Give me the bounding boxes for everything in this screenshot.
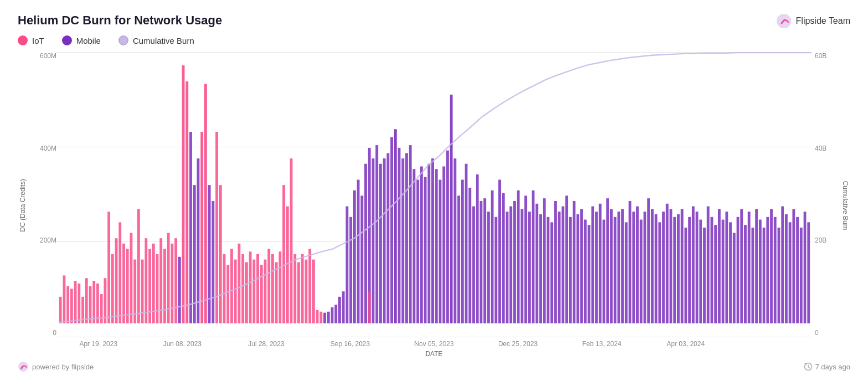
x-tick-8: Apr 03, 2024 bbox=[644, 340, 728, 348]
svg-rect-202 bbox=[804, 212, 807, 323]
svg-rect-103 bbox=[435, 169, 438, 323]
svg-rect-85 bbox=[372, 158, 375, 323]
x-tick-4: Sep 16, 2023 bbox=[308, 340, 392, 348]
svg-rect-160 bbox=[647, 198, 650, 323]
legend-row: IoT Mobile Cumulative Burn bbox=[18, 35, 850, 45]
svg-rect-10 bbox=[92, 281, 95, 323]
iot-label: IoT bbox=[32, 36, 44, 45]
clock-icon bbox=[804, 362, 813, 371]
chart-svg bbox=[56, 52, 812, 323]
powered-by-section: powered by flipside bbox=[18, 361, 94, 372]
svg-rect-59 bbox=[275, 262, 278, 323]
y-tick-400m: 400M bbox=[40, 145, 56, 152]
svg-rect-151 bbox=[614, 217, 617, 323]
svg-rect-91 bbox=[390, 137, 393, 323]
svg-rect-23 bbox=[141, 260, 144, 323]
svg-rect-157 bbox=[636, 207, 639, 323]
x-tick-2: Jun 08, 2023 bbox=[141, 340, 225, 348]
svg-rect-203 bbox=[807, 222, 810, 323]
svg-rect-144 bbox=[588, 225, 591, 323]
svg-rect-90 bbox=[387, 153, 390, 323]
svg-rect-94 bbox=[401, 158, 404, 323]
svg-rect-173 bbox=[696, 212, 699, 323]
y-axis-right-label: Cumulative Burn bbox=[841, 181, 849, 230]
svg-rect-18 bbox=[122, 244, 125, 323]
svg-rect-111 bbox=[465, 164, 468, 323]
svg-rect-201 bbox=[800, 228, 803, 323]
svg-rect-93 bbox=[398, 148, 401, 323]
svg-rect-98 bbox=[416, 180, 419, 323]
svg-rect-115 bbox=[480, 201, 483, 323]
svg-rect-47 bbox=[230, 249, 233, 323]
y-axis-left-label: DC (Data Credits) bbox=[19, 179, 27, 231]
svg-rect-82 bbox=[360, 195, 363, 323]
svg-rect-191 bbox=[763, 228, 766, 323]
x-tick-6: Dec 25, 2023 bbox=[476, 340, 560, 348]
svg-rect-146 bbox=[595, 212, 598, 323]
svg-rect-80 bbox=[353, 190, 356, 323]
svg-rect-81 bbox=[357, 180, 360, 323]
svg-rect-2 bbox=[63, 275, 66, 323]
svg-rect-128 bbox=[528, 212, 531, 323]
svg-rect-162 bbox=[655, 214, 658, 323]
svg-rect-5 bbox=[74, 281, 77, 323]
svg-rect-168 bbox=[677, 214, 680, 323]
svg-rect-124 bbox=[513, 201, 516, 323]
svg-rect-179 bbox=[718, 209, 721, 323]
svg-rect-149 bbox=[606, 198, 609, 323]
svg-rect-167 bbox=[673, 217, 676, 323]
mobile-label: Mobile bbox=[76, 36, 101, 45]
y-right-tick-40b: 40B bbox=[815, 145, 826, 152]
svg-rect-75 bbox=[334, 305, 337, 323]
svg-rect-182 bbox=[729, 222, 732, 323]
svg-rect-46 bbox=[226, 265, 229, 323]
svg-rect-184 bbox=[737, 217, 740, 323]
svg-rect-13 bbox=[104, 278, 106, 323]
svg-rect-138 bbox=[565, 195, 568, 323]
svg-rect-67 bbox=[305, 260, 308, 323]
svg-rect-154 bbox=[625, 222, 628, 323]
svg-rect-155 bbox=[629, 201, 632, 323]
svg-rect-136 bbox=[558, 212, 561, 323]
svg-rect-45 bbox=[223, 254, 226, 323]
svg-rect-194 bbox=[774, 217, 777, 323]
svg-rect-105 bbox=[442, 167, 445, 323]
svg-rect-54 bbox=[256, 254, 259, 323]
svg-rect-192 bbox=[766, 217, 769, 323]
svg-rect-145 bbox=[591, 207, 594, 323]
svg-rect-60 bbox=[279, 251, 282, 323]
svg-rect-95 bbox=[405, 153, 408, 323]
svg-rect-41 bbox=[208, 185, 211, 323]
svg-rect-147 bbox=[599, 204, 602, 323]
svg-rect-74 bbox=[331, 307, 334, 323]
svg-rect-177 bbox=[710, 217, 713, 323]
svg-rect-195 bbox=[778, 228, 781, 323]
svg-rect-99 bbox=[420, 167, 423, 323]
svg-rect-65 bbox=[297, 262, 300, 323]
svg-rect-43 bbox=[215, 132, 218, 323]
svg-rect-197 bbox=[785, 214, 788, 323]
time-ago-section: 7 days ago bbox=[804, 362, 850, 371]
svg-rect-102 bbox=[431, 158, 434, 323]
svg-rect-188 bbox=[751, 228, 754, 323]
svg-rect-114 bbox=[476, 174, 479, 323]
svg-rect-158 bbox=[640, 220, 643, 323]
svg-rect-196 bbox=[781, 207, 784, 323]
svg-rect-4 bbox=[70, 289, 73, 323]
svg-rect-150 bbox=[610, 209, 613, 323]
cumulative-label: Cumulative Burn bbox=[133, 36, 194, 45]
svg-rect-89 bbox=[383, 158, 386, 323]
svg-rect-92 bbox=[394, 129, 397, 323]
svg-rect-175 bbox=[703, 228, 706, 323]
svg-rect-61 bbox=[282, 185, 285, 323]
svg-rect-17 bbox=[118, 222, 121, 323]
svg-rect-34 bbox=[182, 65, 185, 323]
svg-rect-77 bbox=[342, 291, 345, 323]
svg-rect-129 bbox=[532, 190, 535, 323]
svg-rect-32 bbox=[174, 238, 177, 323]
svg-rect-134 bbox=[550, 222, 553, 323]
svg-rect-39 bbox=[200, 132, 203, 323]
chart-area: DC (Data Credits) 600M 400M 200M 0 bbox=[18, 52, 850, 359]
svg-rect-87 bbox=[368, 291, 371, 323]
svg-rect-163 bbox=[658, 222, 661, 323]
